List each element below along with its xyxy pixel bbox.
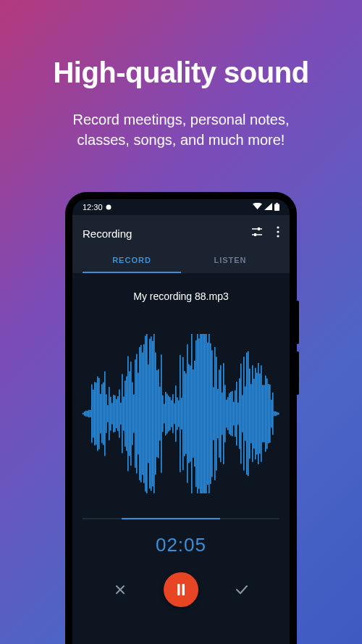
svg-rect-97 [209, 334, 210, 493]
tabs: RECORD LISTEN [83, 247, 279, 273]
svg-rect-119 [240, 364, 242, 464]
svg-rect-99 [211, 351, 213, 477]
content-area: My recording 88.mp3 02:05 [72, 273, 290, 607]
svg-rect-79 [182, 357, 184, 470]
svg-rect-55 [148, 364, 149, 463]
svg-rect-49 [139, 347, 140, 480]
svg-rect-148 [177, 584, 180, 595]
phone-side-button [297, 301, 299, 344]
progress-fill [122, 518, 220, 519]
svg-rect-13 [87, 411, 88, 417]
svg-rect-81 [185, 373, 187, 453]
svg-rect-96 [207, 343, 209, 485]
svg-rect-139 [269, 385, 271, 443]
promo-subtitle-line2: classes, songs, and much more! [77, 132, 285, 148]
svg-rect-20 [97, 377, 98, 451]
svg-point-8 [277, 230, 279, 233]
settings-sliders-icon[interactable] [251, 225, 264, 241]
svg-rect-59 [153, 334, 155, 493]
svg-rect-115 [235, 390, 236, 437]
svg-rect-78 [181, 398, 182, 430]
phone-side-button [297, 351, 299, 395]
svg-rect-39 [125, 380, 126, 446]
svg-rect-104 [219, 369, 220, 457]
svg-rect-134 [262, 385, 264, 442]
waveform-display [83, 327, 279, 501]
svg-rect-43 [130, 361, 132, 465]
svg-rect-129 [255, 368, 256, 459]
svg-rect-10 [83, 413, 84, 414]
svg-rect-93 [203, 334, 204, 493]
wifi-icon [253, 203, 262, 212]
svg-rect-62 [158, 369, 159, 459]
svg-rect-23 [101, 384, 103, 443]
tab-listen[interactable]: LISTEN [181, 247, 279, 273]
pause-button[interactable] [164, 572, 198, 607]
svg-rect-141 [272, 393, 274, 435]
svg-rect-88 [195, 340, 197, 487]
svg-rect-2 [274, 204, 279, 211]
svg-rect-66 [164, 404, 165, 424]
svg-rect-124 [248, 351, 249, 476]
page-title: Recording [83, 227, 132, 240]
cancel-button[interactable] [111, 581, 129, 598]
svg-rect-4 [258, 227, 260, 230]
svg-rect-57 [151, 336, 152, 490]
promo-subtitle-line1: Record meetings, personal notes, [72, 112, 289, 127]
svg-rect-31 [113, 395, 114, 432]
svg-rect-32 [114, 396, 116, 432]
more-vertical-icon[interactable] [277, 226, 279, 241]
svg-rect-52 [143, 344, 145, 482]
tab-record[interactable]: RECORD [83, 247, 181, 273]
svg-rect-113 [232, 391, 233, 437]
svg-point-7 [277, 226, 279, 228]
svg-rect-27 [107, 405, 109, 422]
svg-rect-90 [198, 338, 200, 489]
svg-rect-72 [172, 394, 174, 433]
svg-rect-42 [129, 372, 130, 456]
svg-rect-121 [243, 356, 245, 470]
svg-rect-63 [159, 387, 161, 440]
svg-rect-37 [122, 374, 123, 453]
svg-point-0 [106, 205, 111, 210]
svg-rect-34 [117, 396, 119, 431]
svg-rect-16 [91, 385, 93, 443]
progress-bar[interactable] [83, 518, 279, 519]
controls [111, 572, 251, 607]
svg-rect-133 [261, 365, 262, 461]
svg-rect-74 [175, 385, 177, 442]
svg-rect-50 [140, 345, 142, 482]
svg-rect-82 [187, 344, 188, 482]
svg-rect-131 [258, 363, 259, 464]
svg-rect-68 [167, 393, 168, 433]
svg-rect-30 [111, 403, 113, 425]
svg-rect-58 [152, 341, 153, 487]
svg-rect-45 [133, 395, 135, 433]
app-header: Recording RECORD [72, 215, 290, 273]
svg-rect-101 [214, 347, 216, 480]
svg-rect-144 [277, 412, 278, 415]
svg-rect-140 [271, 400, 272, 428]
svg-rect-111 [229, 393, 230, 435]
battery-icon [274, 203, 279, 212]
notification-dot-icon [106, 203, 111, 212]
svg-rect-53 [145, 335, 146, 491]
svg-point-9 [277, 235, 279, 237]
svg-rect-94 [204, 334, 206, 493]
svg-rect-107 [223, 363, 224, 464]
svg-rect-98 [210, 343, 211, 484]
svg-rect-92 [201, 334, 203, 493]
svg-rect-38 [123, 397, 125, 431]
svg-rect-65 [162, 396, 164, 432]
svg-rect-24 [103, 382, 104, 445]
done-button[interactable] [233, 581, 251, 598]
svg-rect-100 [213, 387, 214, 440]
svg-rect-112 [230, 392, 232, 435]
svg-rect-89 [197, 334, 198, 493]
svg-rect-11 [84, 411, 85, 416]
svg-rect-73 [174, 403, 175, 425]
svg-rect-135 [264, 385, 265, 442]
svg-rect-67 [165, 392, 167, 435]
svg-rect-75 [177, 398, 178, 430]
svg-rect-22 [100, 394, 101, 434]
